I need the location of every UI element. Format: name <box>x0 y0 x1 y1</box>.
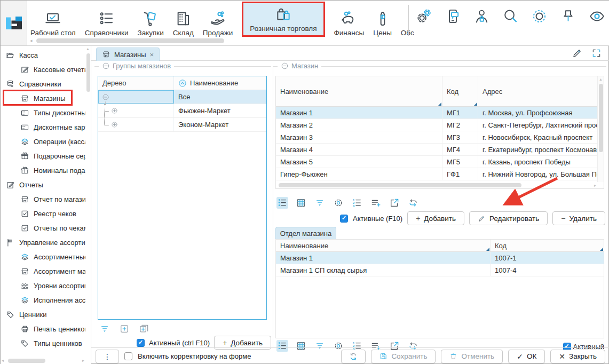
filter-icon[interactable] <box>314 197 326 209</box>
nav-item-3[interactable]: Склад <box>173 4 194 37</box>
sidebar-item-19[interactable]: Печать ценников <box>1 322 85 336</box>
numbered-list-icon[interactable]: 123 <box>351 197 363 209</box>
sidebar-item-13[interactable]: Управление ассорти <box>1 235 85 250</box>
eye-icon[interactable] <box>589 8 605 25</box>
brightness-icon[interactable] <box>531 8 548 25</box>
table-row[interactable]: Магазин 2МГ2г. Санкт-Петербург, Лахтинск… <box>276 119 604 131</box>
sidebar-horizontal-scrollbar[interactable] <box>2 358 84 363</box>
nav-item-1[interactable]: Справочники <box>85 4 129 37</box>
edit-pencil-icon[interactable] <box>572 48 583 59</box>
table-row[interactable]: Магазин 4МГ4г. Екатеринбург, проспект Ко… <box>276 144 604 156</box>
sidebar-item-16[interactable]: Уровни ассортим <box>1 279 85 293</box>
sidebar-item-10[interactable]: Отчет по магазин <box>1 192 85 207</box>
refresh-button[interactable] <box>341 350 366 363</box>
kebab-menu-button[interactable]: ⋮ <box>96 350 119 363</box>
sidebar-item-2[interactable]: Справочники <box>1 77 85 91</box>
column-header-address[interactable]: Адрес <box>478 76 604 106</box>
column-header-name[interactable]: Наименование <box>174 76 266 90</box>
nav-item-0[interactable]: Рабочий стол <box>30 4 76 37</box>
expand-node-icon[interactable] <box>111 121 118 128</box>
tree-row[interactable]: Все <box>98 90 266 104</box>
sidebar-item-17[interactable]: Исполнения ассо <box>1 293 85 307</box>
save-button[interactable]: Сохранить <box>371 350 436 363</box>
nav-item-2[interactable]: Закупки <box>138 4 164 37</box>
gear-icon[interactable] <box>333 197 344 209</box>
stores-horizontal-scrollbar[interactable] <box>276 182 597 188</box>
sidebar-item-6[interactable]: Операции (касса) <box>1 134 85 149</box>
nav-item-4[interactable]: Продажи <box>203 4 233 37</box>
tree-row[interactable]: Фьюжен-Маркет <box>98 104 266 118</box>
scrollbar-thumb[interactable] <box>86 53 90 92</box>
sidebar-item-1[interactable]: Кассовые отчеты <box>1 62 85 77</box>
app-logo[interactable] <box>1 1 27 45</box>
plus-square-icon[interactable] <box>119 323 130 334</box>
sidebar-item-0[interactable]: Касса <box>1 48 85 62</box>
add-store-button[interactable]: + Добавить <box>407 211 464 225</box>
sidebar-item-5[interactable]: Дисконтные карт <box>1 120 85 134</box>
active-stores-checkbox[interactable] <box>340 215 348 223</box>
column-header-code[interactable]: Код <box>491 240 604 251</box>
close-button[interactable]: ✕ Закрыть <box>550 350 605 363</box>
sidebar-item-12[interactable]: Отчеты по чекам <box>1 221 85 235</box>
active-checkbox[interactable] <box>137 339 145 347</box>
sidebar-item-3[interactable]: Магазины <box>1 91 85 106</box>
sidebar-vertical-scrollbar[interactable] <box>86 46 91 357</box>
scrollbar-thumb[interactable] <box>599 84 603 152</box>
loop-icon[interactable] <box>407 197 419 209</box>
settings-gears-icon[interactable] <box>416 8 432 25</box>
adjustment-checkbox[interactable] <box>124 352 132 360</box>
table-row[interactable]: Магазин 1МГ1г. Москва, ул. Профсоюзная <box>276 107 604 119</box>
list-view-icon[interactable] <box>276 197 288 209</box>
table-row[interactable]: Магазин 5МГ5г. Казань, проспект Победы <box>276 156 604 168</box>
table-row[interactable]: Магазин 11007-1 <box>276 252 604 264</box>
user-lock-icon[interactable] <box>473 8 490 25</box>
sidebar-item-4[interactable]: Типы дисконтных <box>1 106 85 120</box>
sidebar-item-18[interactable]: Ценники <box>1 307 85 322</box>
table-row[interactable]: Магазин 3МГ3г. Новосибирск, Красный прос… <box>276 131 604 144</box>
scrollbar-thumb[interactable] <box>36 38 224 43</box>
expand-icon[interactable] <box>591 48 602 59</box>
scrollbar-thumb[interactable] <box>279 183 521 187</box>
sort-asc-icon[interactable] <box>178 79 187 88</box>
tab-close-icon[interactable]: × <box>150 51 154 59</box>
nav-item-5[interactable]: Розничная торговля <box>242 2 325 37</box>
sidebar-item-7[interactable]: Подарочные серт <box>1 149 85 163</box>
ok-button[interactable]: ✓ ОК <box>508 350 545 363</box>
column-header-tree[interactable]: Дерево <box>98 76 174 90</box>
collapse-icon[interactable] <box>281 62 289 70</box>
trash-icon <box>449 352 457 360</box>
top-horizontal-scrollbar[interactable] <box>30 38 608 44</box>
column-header-name[interactable]: Наименование <box>276 76 442 106</box>
expand-node-icon[interactable] <box>111 107 118 114</box>
column-header-name[interactable]: Наименование <box>276 240 491 251</box>
filter-icon[interactable] <box>99 323 110 334</box>
phone-chat-icon[interactable] <box>445 8 461 25</box>
collapse-node-icon[interactable] <box>102 93 109 101</box>
column-header-code[interactable]: Код <box>442 76 478 106</box>
scrollbar-thumb[interactable] <box>8 359 45 363</box>
tab-department[interactable]: Отдел магазина <box>275 227 336 239</box>
search-icon[interactable] <box>502 8 519 25</box>
sidebar-item-8[interactable]: Номиналы подар <box>1 163 85 178</box>
grid-icon[interactable] <box>295 197 307 209</box>
tree-row[interactable]: Эконом-Маркет <box>98 118 266 132</box>
tab-magaziny[interactable]: Магазины × <box>96 48 160 61</box>
edit-store-button[interactable]: Редактировать <box>469 211 548 225</box>
collapse-icon[interactable] <box>102 62 110 70</box>
pin-icon[interactable] <box>560 8 576 25</box>
sidebar-item-9[interactable]: Отчеты <box>1 178 85 192</box>
nav-item-6[interactable]: Финансы <box>334 4 365 37</box>
sidebar-item-14[interactable]: Ассортиментные <box>1 250 85 264</box>
delete-store-button[interactable]: − Удалить <box>552 211 605 225</box>
table-row[interactable]: Гипер-ФьюженГФ1г. Нижний Новгород, ул. Б… <box>276 168 604 180</box>
sidebar-item-11[interactable]: Реестр чеков <box>1 207 85 221</box>
external-link-icon[interactable] <box>389 197 400 209</box>
nav-item-7[interactable]: Цены <box>373 4 392 37</box>
cancel-button[interactable]: Отменить <box>441 350 503 363</box>
stores-vertical-scrollbar[interactable] <box>597 76 604 182</box>
table-row[interactable]: Магазин 1 СП склад сырья1007-4 <box>276 264 604 276</box>
plus-squares-icon[interactable] <box>139 323 149 334</box>
sidebar-item-20[interactable]: Типы ценников <box>1 336 85 351</box>
list-add-icon[interactable] <box>370 197 382 209</box>
sidebar-item-15[interactable]: Ассортимент маг. <box>1 264 85 279</box>
